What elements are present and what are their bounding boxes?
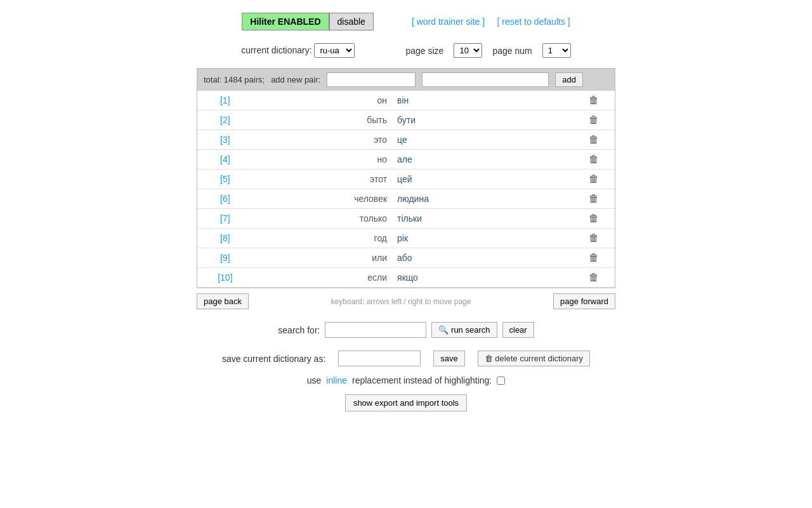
table-row: [1] он він 🗑 — [197, 91, 615, 110]
word-table-container: total: 1484 pairs; add new pair: add [1]… — [197, 68, 615, 288]
delete-row-icon[interactable]: 🗑 — [589, 114, 599, 125]
word1-cell: этот — [253, 170, 392, 189]
word2-cell: бути — [392, 110, 573, 130]
inline-keyword: inline — [326, 375, 347, 385]
hiliter-status: Hiliter ENABLED — [242, 13, 329, 30]
delete-row-icon[interactable]: 🗑 — [589, 134, 599, 145]
search-row: search for: 🔍 run search clear — [197, 322, 615, 338]
inline-checkbox[interactable] — [497, 377, 505, 385]
table-row: [2] быть бути 🗑 — [197, 110, 615, 130]
hiliter-box: Hiliter ENABLED disable — [242, 13, 374, 30]
page-hint: keyboard: arrows left / right to move pa… — [249, 297, 553, 306]
page-num-label: page num — [492, 46, 532, 56]
page-forward-button[interactable]: page forward — [553, 293, 615, 309]
total-pairs-label: total: 1484 pairs; — [204, 75, 265, 84]
table-row: [10] если якщо 🗑 — [197, 268, 615, 288]
top-links: [ word trainer site ] [ reset to default… — [412, 17, 570, 27]
word-table: [1] он він 🗑 [2] быть бути 🗑 [3] это це … — [197, 91, 615, 288]
search-input[interactable] — [325, 322, 426, 338]
word2-cell: якщо — [392, 268, 573, 288]
delete-row-icon[interactable]: 🗑 — [589, 213, 599, 224]
row-num-link[interactable]: [2] — [220, 115, 230, 125]
row-num-link[interactable]: [1] — [220, 95, 230, 105]
dict-bar: current dictionary: ru-ua en-ua en-ru pa… — [13, 43, 799, 58]
show-export-tools-button[interactable]: show export and import tools — [345, 394, 467, 411]
table-row: [4] но але 🗑 — [197, 150, 615, 170]
table-row: [8] год рік 🗑 — [197, 229, 615, 248]
table-row: [7] только тільки 🗑 — [197, 209, 615, 229]
clear-search-button[interactable]: clear — [502, 322, 534, 338]
word1-cell: если — [253, 268, 392, 288]
add-pair-button[interactable]: add — [555, 72, 583, 87]
word1-cell: или — [253, 248, 392, 268]
word2-cell: тільки — [392, 209, 573, 229]
top-bar: Hiliter ENABLED disable [ word trainer s… — [13, 13, 799, 30]
inline-text-before: use — [307, 375, 322, 385]
word2-cell: цей — [392, 170, 573, 189]
dict-label: current dictionary: — [241, 45, 311, 55]
run-search-button[interactable]: 🔍 run search — [431, 322, 497, 338]
row-num-link[interactable]: [9] — [220, 253, 230, 263]
pagination-row: page back keyboard: arrows left / right … — [197, 293, 615, 309]
row-num-link[interactable]: [6] — [220, 194, 230, 204]
delete-row-icon[interactable]: 🗑 — [589, 272, 599, 283]
word2-cell: або — [392, 248, 573, 268]
table-row: [3] это це 🗑 — [197, 130, 615, 150]
row-num-link[interactable]: [4] — [220, 154, 230, 164]
word2-cell: людина — [392, 189, 573, 209]
word1-cell: только — [253, 209, 392, 229]
word2-cell: рік — [392, 229, 573, 248]
dict-selector-group: current dictionary: ru-ua en-ua en-ru — [241, 43, 355, 58]
inline-row: use inline replacement instead of highli… — [197, 375, 615, 385]
page-num-select[interactable]: 1234 5678 910 — [542, 43, 571, 58]
word1-cell: это — [253, 130, 392, 150]
delete-row-icon[interactable]: 🗑 — [589, 193, 599, 204]
word2-cell: це — [392, 130, 573, 150]
word1-cell: год — [253, 229, 392, 248]
add-pair-label: add new pair: — [271, 75, 320, 84]
dict-select[interactable]: ru-ua en-ua en-ru — [314, 43, 355, 58]
new-word2-input[interactable] — [422, 72, 549, 87]
word2-cell: але — [392, 150, 573, 170]
table-header: total: 1484 pairs; add new pair: add — [197, 69, 615, 91]
delete-row-icon[interactable]: 🗑 — [589, 232, 599, 243]
save-dict-input[interactable] — [338, 351, 421, 366]
row-num-link[interactable]: [5] — [220, 174, 230, 184]
delete-row-icon[interactable]: 🗑 — [589, 173, 599, 184]
new-word1-input[interactable] — [327, 72, 416, 87]
page-back-button[interactable]: page back — [197, 293, 249, 309]
save-row: save current dictionary as: save 🗑 delet… — [197, 351, 615, 366]
row-num-link[interactable]: [10] — [218, 272, 232, 283]
table-row: [6] человек людина 🗑 — [197, 189, 615, 209]
row-num-link[interactable]: [3] — [220, 135, 230, 145]
export-row: show export and import tools — [197, 394, 615, 411]
word-trainer-link[interactable]: [ word trainer site ] — [412, 17, 485, 27]
save-label: save current dictionary as: — [222, 354, 325, 364]
word1-cell: быть — [253, 110, 392, 130]
row-num-link[interactable]: [8] — [220, 233, 230, 243]
page-size-select[interactable]: 10 20 50 — [454, 43, 482, 58]
reset-defaults-link[interactable]: [ reset to defaults ] — [497, 17, 570, 27]
search-label: search for: — [278, 325, 320, 335]
table-row: [9] или або 🗑 — [197, 248, 615, 268]
word1-cell: но — [253, 150, 392, 170]
save-dict-button[interactable]: save — [433, 351, 464, 366]
word2-cell: він — [392, 91, 573, 110]
delete-row-icon[interactable]: 🗑 — [589, 154, 599, 164]
delete-dict-button[interactable]: 🗑 delete current dictionary — [478, 351, 590, 366]
word1-cell: человек — [253, 189, 392, 209]
delete-row-icon[interactable]: 🗑 — [589, 95, 599, 105]
page-size-label: page size — [405, 46, 443, 56]
disable-button[interactable]: disable — [329, 13, 374, 30]
page-controls-top: page size 10 20 50 page num 1234 5678 91… — [405, 43, 570, 58]
delete-row-icon[interactable]: 🗑 — [589, 252, 599, 263]
table-row: [5] этот цей 🗑 — [197, 170, 615, 189]
word1-cell: он — [253, 91, 392, 110]
inline-text-after: replacement instead of highlighting: — [352, 375, 492, 385]
row-num-link[interactable]: [7] — [220, 213, 230, 224]
